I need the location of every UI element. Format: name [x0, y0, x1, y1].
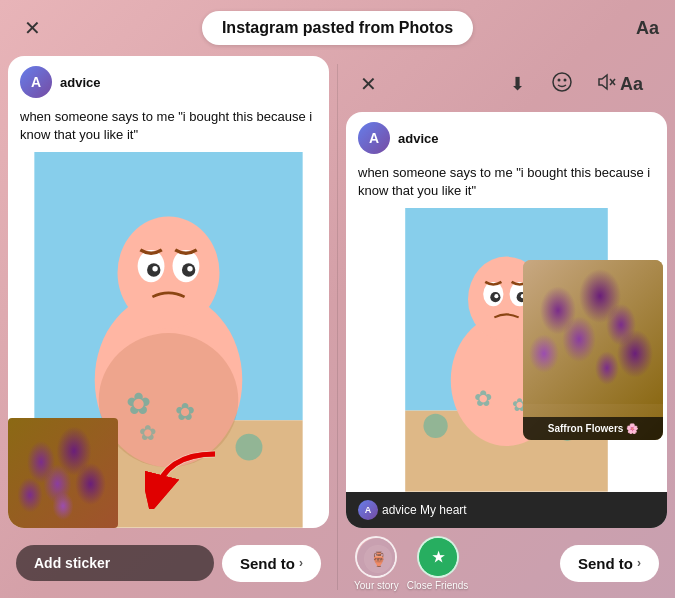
left-post-text: when someone says to me "i bought this b…	[8, 108, 329, 152]
download-icon: ⬇	[510, 73, 525, 95]
main-content: A advice when someone says to me "i boug…	[0, 56, 675, 598]
download-button[interactable]: ⬇	[504, 70, 532, 98]
header-title: Instagram pasted from Photos	[202, 11, 473, 45]
sticker-label: Saffron Flowers 🌸	[523, 417, 663, 440]
close-friends-item[interactable]: ★ Close Friends	[407, 536, 469, 591]
svg-text:✿: ✿	[139, 422, 157, 446]
svg-text:✿: ✿	[126, 387, 151, 420]
send-to-chevron: ›	[299, 556, 303, 570]
saffron-sticker[interactable]: Saffron Flowers 🌸	[523, 260, 663, 440]
svg-text:✿: ✿	[474, 386, 492, 411]
sound-button[interactable]	[592, 70, 620, 98]
right-avatar: A	[358, 122, 390, 154]
right-card-header: A advice	[346, 112, 667, 164]
svg-point-6	[118, 217, 220, 330]
svg-point-20	[563, 78, 566, 81]
right-text-style-button[interactable]: Aa	[620, 74, 643, 95]
right-send-to-button[interactable]: Send to ›	[560, 545, 659, 582]
svg-text:🏺: 🏺	[370, 551, 388, 568]
svg-text:✿: ✿	[175, 399, 195, 426]
close-friends-circle: ★	[417, 536, 459, 578]
left-panel: A advice when someone says to me "i boug…	[8, 56, 329, 598]
right-post-text: when someone says to me "i bought this b…	[346, 164, 667, 208]
right-username: advice	[398, 131, 438, 146]
svg-point-19	[557, 78, 560, 81]
right-panel: ✕ ⬇	[346, 56, 667, 598]
left-avatar: A	[20, 66, 52, 98]
svg-point-25	[423, 414, 447, 438]
sound-off-icon	[595, 71, 617, 98]
svg-point-18	[553, 73, 571, 91]
left-bottom-actions: Add sticker Send to ›	[8, 528, 329, 598]
add-sticker-button[interactable]: Add sticker	[16, 545, 214, 581]
your-story-item[interactable]: 🏺 Your story	[354, 536, 399, 591]
close-friends-label: Close Friends	[407, 580, 469, 591]
svg-point-33	[494, 294, 498, 298]
right-bottom-actions: 🏺 Your story ★ Close Friends	[346, 528, 667, 598]
right-top-icons: ⬇	[504, 70, 659, 98]
close-button[interactable]: ✕	[16, 12, 48, 44]
right-close-button[interactable]: ✕	[354, 70, 382, 98]
sticker-button[interactable]	[548, 70, 576, 98]
right-story-card: A advice when someone says to me "i boug…	[346, 112, 667, 528]
left-send-to-button[interactable]: Send to ›	[222, 545, 321, 582]
right-card-footer: A advice My heart	[346, 492, 667, 528]
right-top-bar: ✕ ⬇	[346, 56, 667, 112]
svg-text:★: ★	[431, 548, 444, 564]
svg-point-12	[187, 266, 192, 271]
saffron-overlay-left	[8, 418, 118, 528]
svg-point-11	[152, 266, 157, 271]
left-card-header: A advice	[8, 56, 329, 108]
footer-text: advice My heart	[382, 503, 467, 517]
svg-point-13	[99, 333, 239, 467]
text-style-button[interactable]: Aa	[636, 18, 659, 39]
sticker-icon	[551, 71, 573, 98]
panel-divider	[337, 64, 338, 590]
right-send-to-chevron: ›	[637, 556, 641, 570]
story-circles: 🏺 Your story ★ Close Friends	[354, 536, 552, 591]
saffron-flowers-left	[8, 418, 118, 528]
right-footer-avatar: A	[358, 500, 378, 520]
left-story-card: A advice when someone says to me "i boug…	[8, 56, 329, 528]
sticker-flowers	[523, 260, 663, 404]
top-bar: ✕ Instagram pasted from Photos Aa	[0, 0, 675, 56]
left-username: advice	[60, 75, 100, 90]
your-story-label: Your story	[354, 580, 399, 591]
left-card-image: ✿ ✿ ✿	[8, 152, 329, 528]
svg-point-3	[236, 434, 263, 461]
your-story-circle: 🏺	[355, 536, 397, 578]
story-buttons-row: 🏺 Your story ★ Close Friends	[354, 536, 659, 591]
right-card-image: ✿ ✿ Saffron Flowers 🌸	[346, 208, 667, 492]
